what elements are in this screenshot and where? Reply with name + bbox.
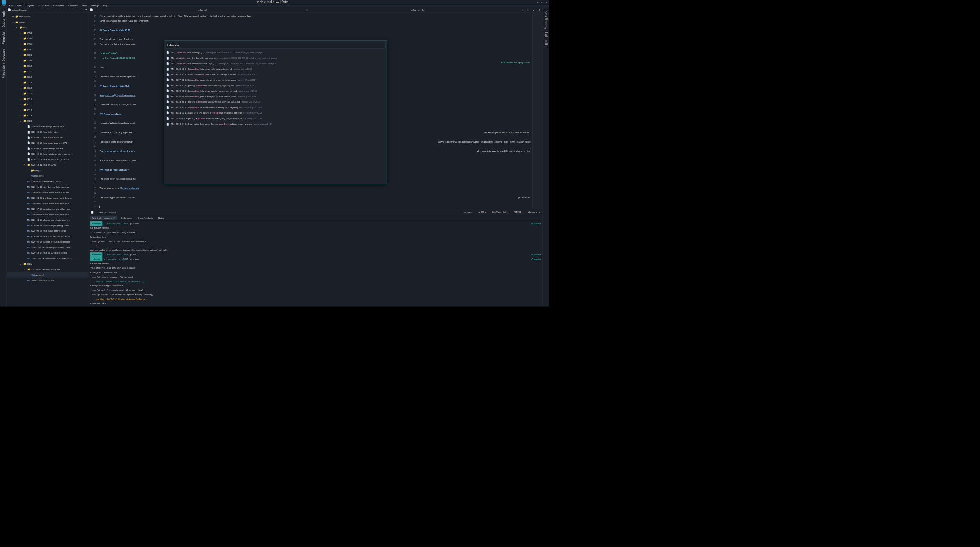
tree-item[interactable]: ›📁2008 xyxy=(7,52,89,58)
quick-open-item[interactable]: 📄M↓2014-04-21-linux-voice-kate-wins-the-… xyxy=(164,121,387,127)
tree-item[interactable]: ›📁2018 xyxy=(7,107,89,113)
quick-open-item[interactable]: 📄M↓2014-01-11-ktexteditor-on-frameworks-… xyxy=(164,105,387,110)
menu-bookmarks[interactable]: Bookmarks xyxy=(53,5,64,7)
tree-item[interactable]: ▾📁2021 xyxy=(7,261,89,267)
tree-item[interactable]: ›📁2019 xyxy=(7,113,89,118)
tree-item[interactable]: M↓2020-12-13-small-things-matter-contin… xyxy=(7,244,89,250)
quick-open-item[interactable]: 📄M↓2016-06-19-ktexteditor-gets-a-text-pr… xyxy=(164,94,387,99)
close-tab-icon[interactable]: ✕ xyxy=(521,8,523,11)
quick-open-item[interactable]: 📄M↓ktexteditor-old-border-with-marks.png… xyxy=(164,61,387,66)
menu-help[interactable]: Help xyxy=(103,5,108,7)
tree-item[interactable]: M↓2020-12-20-kde-ev-windows-store-stati… xyxy=(7,256,89,262)
close-tab-icon[interactable]: ✕ xyxy=(306,8,308,11)
quick-open-item[interactable]: 📄M↓2017-01-23-ktexteditor-depends-on-ksy… xyxy=(164,77,387,83)
tree-item[interactable]: ›📁2015 xyxy=(7,91,89,96)
tree-item[interactable]: M↓2020-08-11-windows-store-monthly-st… xyxy=(7,212,89,217)
tree-item[interactable]: ›📁2013 xyxy=(7,80,89,85)
project-tree[interactable]: ▾📁archetypes▾📁content▾📁post›📁2004›📁2005›… xyxy=(7,13,89,306)
sidebar-tab-filesystem-browser[interactable]: Filesystem Browser xyxy=(0,47,6,80)
tree-item[interactable]: 📄2020-08-02-kate-user-feedback xyxy=(7,135,89,140)
sidebar-tab-documents[interactable]: Documents xyxy=(0,9,6,29)
tree-item[interactable]: M↓2020-02-08-windows-store-status.md xyxy=(7,190,89,195)
term-tab[interactable]: Terminal (.kateproject) xyxy=(90,216,117,220)
tree-item[interactable]: M↓2020-07-18-contributing-via-gitlab-mer… xyxy=(7,206,89,212)
sidebar-reload-icon[interactable]: ⟳ xyxy=(85,8,87,11)
minimize-icon[interactable]: ∨ xyxy=(537,1,539,3)
tree-item[interactable]: ▾📁post xyxy=(7,25,89,30)
tree-item[interactable]: 📄2020-02-09-kate-telemetry xyxy=(7,129,89,135)
status-mode[interactable]: Markdown ▾ xyxy=(528,211,541,214)
tree-item[interactable]: M↓2020-06-20-windows-store-monthly-st… xyxy=(7,201,89,206)
tree-item[interactable]: M↓2020-01-25-new-kate-icon.md xyxy=(7,179,89,185)
menu-view[interactable]: View xyxy=(17,5,22,7)
tree-item[interactable]: ›📁2010 xyxy=(7,63,89,69)
term-tab[interactable]: Code Analysis xyxy=(136,216,154,220)
tree-item[interactable]: M↓index.md xyxy=(7,272,89,277)
menu-settings[interactable]: Settings xyxy=(91,5,99,7)
menu-sessions[interactable]: Sessions xyxy=(68,5,78,7)
tree-item[interactable]: ▾📁2020-12-31-kate-in-2020 xyxy=(7,162,89,168)
quick-open-input[interactable] xyxy=(165,42,386,49)
tree-item[interactable]: ›📁2016 xyxy=(7,96,89,102)
tree-item[interactable]: M↓2020-09-18-submit-a-ksyntaxhighlighti… xyxy=(7,239,89,245)
tree-item[interactable]: 📄2020-01-01-kate-lsp-client-status xyxy=(7,124,89,129)
tree-item[interactable]: ▾📁2020 xyxy=(7,118,89,124)
tree-item[interactable]: ▾📁archetypes xyxy=(7,14,89,19)
menu-lsp-client[interactable]: LSP Client xyxy=(38,5,49,7)
quick-open-item[interactable]: 📄M↓2018-07-31-porting-ktexteditor-to-ksy… xyxy=(164,83,387,88)
quick-open-item[interactable]: 📄M↓2018-08-14-porting-ktexteditor-to-ksy… xyxy=(164,99,387,105)
tree-item[interactable]: ›📁2004 xyxy=(7,30,89,36)
tree-item[interactable]: M↓2020-01-30-new-breeze-kate-icon.md xyxy=(7,184,89,190)
tree-item[interactable]: ›📁2009 xyxy=(7,58,89,63)
new-doc-icon[interactable]: 📄 xyxy=(89,7,95,13)
maximize-icon[interactable]: ◇ xyxy=(541,1,543,3)
lsp-outline-tab[interactable]: LSP Client Symbol Outline xyxy=(543,7,549,306)
tree-item[interactable]: M↓2020-08-23-ksyntaxhighlighting-exam… xyxy=(7,223,89,228)
split-v-icon[interactable]: ⬓ xyxy=(531,7,537,13)
editor-tab[interactable]: index.md✕ xyxy=(95,7,309,13)
menu-projects[interactable]: Projects xyxy=(26,5,34,7)
quick-open-item[interactable]: 📄M↓2018-08-04-porting-ktexteditor-to-ksy… xyxy=(164,116,387,121)
terminal[interactable]: cullmann ~ › content › post › 2021 git s… xyxy=(89,220,542,306)
tree-item[interactable]: ›📁2017 xyxy=(7,102,89,107)
tree-item[interactable]: ›📁2005 xyxy=(7,36,89,41)
tree-item[interactable]: ›📁2014 xyxy=(7,85,89,91)
tree-item[interactable]: ›📁2006 xyxy=(7,41,89,47)
tree-item[interactable]: M↓index.md xyxy=(7,173,89,179)
tree-item[interactable]: M↓2020-09-06-kate-color-themes.md xyxy=(7,228,89,234)
term-tab[interactable]: Code Index xyxy=(118,216,135,220)
quick-open-item[interactable]: 📄M↓ktexteditor-new-border-with-marks.png… xyxy=(164,55,387,61)
status-tabs[interactable]: Soft Tabs: 4 (8) ▾ xyxy=(492,211,509,214)
tree-item[interactable]: ›📁images xyxy=(7,167,89,173)
minimap[interactable] xyxy=(532,13,542,209)
tree-item[interactable]: ›📁2007 xyxy=(7,47,89,53)
tree-item[interactable]: 📄2020-09-13-kate-color-themes-5.75 xyxy=(7,140,89,146)
term-tab[interactable]: Notes xyxy=(156,216,166,220)
quick-open-results[interactable]: 📄M↓ktexteditor-old-border.pngcontent/pos… xyxy=(164,50,387,184)
tree-item[interactable]: M↓_index.ca-valencia.md xyxy=(7,277,89,283)
tree-item[interactable]: M↓2020-12-14-kate-is-20-years-old.md xyxy=(7,250,89,256)
menu-file[interactable]: File xyxy=(2,5,5,7)
menu-tools[interactable]: Tools xyxy=(81,5,87,7)
sidebar-tab-projects[interactable]: Projects xyxy=(0,30,6,46)
editor-tab[interactable]: index.md (2)✕ xyxy=(310,7,525,13)
quick-open-item[interactable]: 📄M↓2019-05-26-ktexteditor-kate-bugs-scra… xyxy=(164,88,387,94)
status-locale[interactable]: en_US ▾ xyxy=(477,211,486,214)
quick-open-item[interactable]: 📄M↓ktexteditor-old-border.pngcontent/pos… xyxy=(164,50,387,56)
menu-edit[interactable]: Edit xyxy=(10,5,14,7)
tree-item[interactable]: ›📁2011 xyxy=(7,69,89,74)
quick-open-item[interactable]: 📄M↓2014-09-13-kate-and-ktexteditor-5-aft… xyxy=(164,72,387,77)
quick-open-item[interactable]: 📄M↓2019-05-24-ktexteditor-kate-bugs-help… xyxy=(164,66,387,72)
sidebar-back-icon[interactable]: ‹ xyxy=(84,9,84,11)
tree-item[interactable]: ›📁2012 xyxy=(7,74,89,80)
quick-open-item[interactable]: 📄M↓2013-11-11-kate-on-5-the-future-of-kt… xyxy=(164,110,387,116)
tree-item[interactable]: M↓2020-09-15-kate-and-the-tab-bar-relea… xyxy=(7,233,89,239)
status-encoding[interactable]: UTF-8 ▾ xyxy=(514,211,523,214)
tree-item[interactable]: 📄2020-09-28-kate-windows-store-curren… xyxy=(7,151,89,157)
close-icon[interactable]: ✕ xyxy=(546,1,548,3)
tree-item[interactable]: M↓2020-03-22-windows-store-monthly-st… xyxy=(7,195,89,201)
split-h-icon[interactable]: ◫ xyxy=(525,7,531,13)
tree-item[interactable]: 📄2020-11-08-kate-is-soon-20-years-old xyxy=(7,156,89,162)
tree-item[interactable]: ▾📁2021-01-10-kate-quick-open xyxy=(7,267,89,273)
tree-item[interactable]: ▾📁content xyxy=(7,19,89,25)
